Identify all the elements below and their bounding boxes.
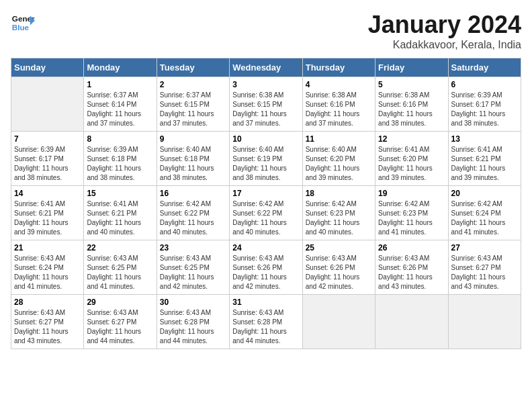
day-info: Sunrise: 6:43 AM Sunset: 6:28 PM Dayligh… xyxy=(160,308,226,346)
day-number: 10 xyxy=(232,134,299,144)
day-number: 26 xyxy=(378,243,445,253)
calendar-cell: 3Sunrise: 6:38 AM Sunset: 6:15 PM Daylig… xyxy=(230,77,302,132)
day-number: 2 xyxy=(160,80,226,89)
day-info: Sunrise: 6:37 AM Sunset: 6:14 PM Dayligh… xyxy=(87,91,153,128)
day-info: Sunrise: 6:43 AM Sunset: 6:27 PM Dayligh… xyxy=(451,254,518,291)
day-number: 29 xyxy=(87,298,153,307)
day-info: Sunrise: 6:39 AM Sunset: 6:17 PM Dayligh… xyxy=(14,145,81,183)
calendar-cell: 1Sunrise: 6:37 AM Sunset: 6:14 PM Daylig… xyxy=(84,77,157,132)
day-info: Sunrise: 6:37 AM Sunset: 6:15 PM Dayligh… xyxy=(160,91,226,128)
calendar-cell: 17Sunrise: 6:42 AM Sunset: 6:22 PM Dayli… xyxy=(230,186,302,240)
day-info: Sunrise: 6:39 AM Sunset: 6:18 PM Dayligh… xyxy=(87,145,153,183)
day-info: Sunrise: 6:43 AM Sunset: 6:27 PM Dayligh… xyxy=(14,308,81,346)
day-number: 7 xyxy=(14,134,81,144)
day-number: 1 xyxy=(87,80,153,89)
calendar-cell: 31Sunrise: 6:43 AM Sunset: 6:28 PM Dayli… xyxy=(230,295,302,349)
calendar-cell: 23Sunrise: 6:43 AM Sunset: 6:25 PM Dayli… xyxy=(157,240,229,295)
calendar-cell xyxy=(302,295,375,349)
page-header: General Blue January 2024 Kadakkavoor, K… xyxy=(11,11,521,51)
calendar-subtitle: Kadakkavoor, Kerala, India xyxy=(368,39,521,51)
day-number: 15 xyxy=(87,189,153,198)
calendar-cell: 22Sunrise: 6:43 AM Sunset: 6:25 PM Dayli… xyxy=(84,240,157,295)
weekday-header-friday: Friday xyxy=(375,58,448,77)
day-number: 25 xyxy=(306,243,372,253)
day-number: 11 xyxy=(306,134,372,144)
day-info: Sunrise: 6:42 AM Sunset: 6:23 PM Dayligh… xyxy=(306,199,372,237)
calendar-cell: 7Sunrise: 6:39 AM Sunset: 6:17 PM Daylig… xyxy=(11,132,84,186)
calendar-cell: 24Sunrise: 6:43 AM Sunset: 6:26 PM Dayli… xyxy=(230,240,302,295)
day-info: Sunrise: 6:41 AM Sunset: 6:20 PM Dayligh… xyxy=(378,145,445,183)
day-info: Sunrise: 6:43 AM Sunset: 6:28 PM Dayligh… xyxy=(232,308,299,346)
day-number: 14 xyxy=(14,189,81,198)
calendar-cell: 2Sunrise: 6:37 AM Sunset: 6:15 PM Daylig… xyxy=(157,77,229,132)
day-info: Sunrise: 6:43 AM Sunset: 6:25 PM Dayligh… xyxy=(87,254,153,291)
weekday-header-sunday: Sunday xyxy=(11,58,84,77)
calendar-body: 1Sunrise: 6:37 AM Sunset: 6:14 PM Daylig… xyxy=(11,77,521,349)
calendar-cell: 15Sunrise: 6:41 AM Sunset: 6:21 PM Dayli… xyxy=(84,186,157,240)
logo: General Blue xyxy=(11,11,35,35)
calendar-cell: 10Sunrise: 6:40 AM Sunset: 6:19 PM Dayli… xyxy=(230,132,302,186)
calendar-cell: 16Sunrise: 6:42 AM Sunset: 6:22 PM Dayli… xyxy=(157,186,229,240)
calendar-cell: 4Sunrise: 6:38 AM Sunset: 6:16 PM Daylig… xyxy=(302,77,375,132)
calendar-week-5: 28Sunrise: 6:43 AM Sunset: 6:27 PM Dayli… xyxy=(11,295,521,349)
day-info: Sunrise: 6:42 AM Sunset: 6:22 PM Dayligh… xyxy=(160,199,226,237)
calendar-cell: 13Sunrise: 6:41 AM Sunset: 6:21 PM Dayli… xyxy=(448,132,521,186)
day-number: 21 xyxy=(14,243,81,253)
day-number: 20 xyxy=(451,189,518,198)
calendar-cell: 12Sunrise: 6:41 AM Sunset: 6:20 PM Dayli… xyxy=(375,132,448,186)
calendar-week-3: 14Sunrise: 6:41 AM Sunset: 6:21 PM Dayli… xyxy=(11,186,521,240)
day-info: Sunrise: 6:41 AM Sunset: 6:21 PM Dayligh… xyxy=(451,145,518,183)
weekday-header-monday: Monday xyxy=(84,58,157,77)
logo-icon: General Blue xyxy=(11,11,35,35)
day-info: Sunrise: 6:40 AM Sunset: 6:18 PM Dayligh… xyxy=(160,145,226,183)
weekday-header-row: SundayMondayTuesdayWednesdayThursdayFrid… xyxy=(11,58,521,77)
day-info: Sunrise: 6:41 AM Sunset: 6:21 PM Dayligh… xyxy=(87,199,153,237)
day-number: 17 xyxy=(232,189,299,198)
calendar-cell xyxy=(11,77,84,132)
calendar-cell: 25Sunrise: 6:43 AM Sunset: 6:26 PM Dayli… xyxy=(302,240,375,295)
day-number: 16 xyxy=(160,189,226,198)
calendar-cell: 5Sunrise: 6:38 AM Sunset: 6:16 PM Daylig… xyxy=(375,77,448,132)
day-info: Sunrise: 6:39 AM Sunset: 6:17 PM Dayligh… xyxy=(451,91,518,128)
weekday-header-thursday: Thursday xyxy=(302,58,375,77)
calendar-cell: 30Sunrise: 6:43 AM Sunset: 6:28 PM Dayli… xyxy=(157,295,229,349)
day-number: 12 xyxy=(378,134,445,144)
day-number: 24 xyxy=(232,243,299,253)
calendar-cell: 6Sunrise: 6:39 AM Sunset: 6:17 PM Daylig… xyxy=(448,77,521,132)
calendar-table: SundayMondayTuesdayWednesdayThursdayFrid… xyxy=(11,58,521,349)
day-number: 28 xyxy=(14,298,81,307)
day-number: 23 xyxy=(160,243,226,253)
calendar-cell: 21Sunrise: 6:43 AM Sunset: 6:24 PM Dayli… xyxy=(11,240,84,295)
day-number: 9 xyxy=(160,134,226,144)
calendar-cell: 27Sunrise: 6:43 AM Sunset: 6:27 PM Dayli… xyxy=(448,240,521,295)
day-info: Sunrise: 6:43 AM Sunset: 6:27 PM Dayligh… xyxy=(87,308,153,346)
day-number: 8 xyxy=(87,134,153,144)
day-number: 3 xyxy=(232,80,299,89)
calendar-cell: 19Sunrise: 6:42 AM Sunset: 6:23 PM Dayli… xyxy=(375,186,448,240)
weekday-header-wednesday: Wednesday xyxy=(230,58,302,77)
day-info: Sunrise: 6:41 AM Sunset: 6:21 PM Dayligh… xyxy=(14,199,81,237)
day-info: Sunrise: 6:43 AM Sunset: 6:26 PM Dayligh… xyxy=(306,254,372,291)
day-number: 22 xyxy=(87,243,153,253)
calendar-title: January 2024 xyxy=(368,11,521,39)
calendar-cell xyxy=(375,295,448,349)
day-info: Sunrise: 6:42 AM Sunset: 6:23 PM Dayligh… xyxy=(378,199,445,237)
day-number: 4 xyxy=(306,80,372,89)
day-info: Sunrise: 6:38 AM Sunset: 6:16 PM Dayligh… xyxy=(378,91,445,128)
calendar-cell: 29Sunrise: 6:43 AM Sunset: 6:27 PM Dayli… xyxy=(84,295,157,349)
day-info: Sunrise: 6:38 AM Sunset: 6:16 PM Dayligh… xyxy=(306,91,372,128)
calendar-cell: 9Sunrise: 6:40 AM Sunset: 6:18 PM Daylig… xyxy=(157,132,229,186)
weekday-header-saturday: Saturday xyxy=(448,58,521,77)
day-number: 6 xyxy=(451,80,518,89)
calendar-week-4: 21Sunrise: 6:43 AM Sunset: 6:24 PM Dayli… xyxy=(11,240,521,295)
day-info: Sunrise: 6:43 AM Sunset: 6:26 PM Dayligh… xyxy=(232,254,299,291)
day-number: 27 xyxy=(451,243,518,253)
day-info: Sunrise: 6:43 AM Sunset: 6:26 PM Dayligh… xyxy=(378,254,445,291)
day-number: 18 xyxy=(306,189,372,198)
title-block: January 2024 Kadakkavoor, Kerala, India xyxy=(368,11,521,51)
calendar-cell: 11Sunrise: 6:40 AM Sunset: 6:20 PM Dayli… xyxy=(302,132,375,186)
day-number: 30 xyxy=(160,298,226,307)
day-number: 5 xyxy=(378,80,445,89)
weekday-header-tuesday: Tuesday xyxy=(157,58,229,77)
calendar-cell: 18Sunrise: 6:42 AM Sunset: 6:23 PM Dayli… xyxy=(302,186,375,240)
